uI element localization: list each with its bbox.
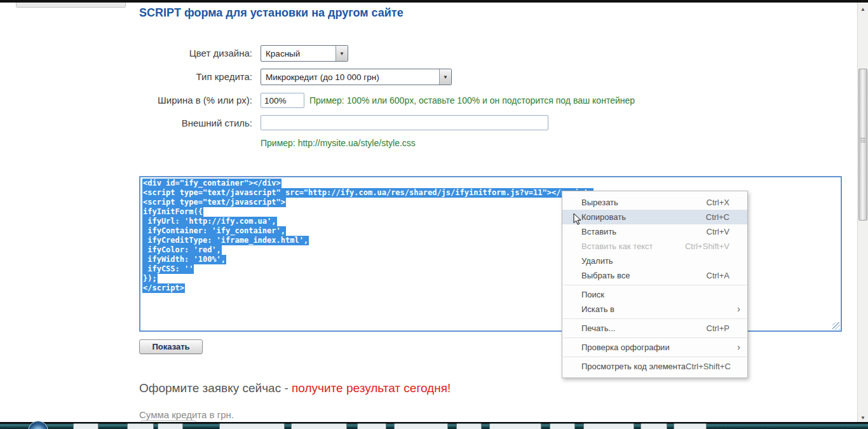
code-line: ifyContainer: 'ify_container', <box>142 226 286 236</box>
code-line: </script> <box>142 283 185 293</box>
context-menu-item-copy[interactable]: Копировать Ctrl+C <box>562 210 747 224</box>
scrollbar-thumb[interactable] <box>858 69 867 221</box>
design-color-select[interactable]: Красный ▼ <box>261 45 348 62</box>
taskbar-button[interactable] <box>489 423 541 429</box>
taskbar-button[interactable] <box>394 423 448 429</box>
context-menu-item-cut[interactable]: Вырезать Ctrl+X <box>562 195 747 210</box>
show-button[interactable]: Показать <box>139 339 203 354</box>
style-example-hint: Пример: http://mysite.ua/style/style.css <box>261 138 416 148</box>
context-menu-item-inspect[interactable]: Просмотреть код элемента Ctrl+Shift+C <box>562 359 747 374</box>
submenu-arrow-icon: › <box>737 342 740 352</box>
credit-type-value: Микрокредит (до 10 000 грн) <box>261 72 439 82</box>
code-line: }); <box>142 274 158 283</box>
external-style-label: Внешний стиль: <box>139 115 252 132</box>
chevron-down-icon[interactable]: ▼ <box>336 46 348 61</box>
code-line: ifyCreditType: 'iframe_index.html', <box>142 236 309 245</box>
cta-red-text: получите результат сегодня! <box>292 381 451 395</box>
code-line: <div id="ify_container"></div> <box>142 179 281 188</box>
code-line: ifyInitForm({ <box>142 207 203 217</box>
resize-grip-icon[interactable] <box>832 322 840 330</box>
context-menu-item-spellcheck[interactable]: Проверка орфографии › <box>562 340 747 355</box>
taskbar-button[interactable] <box>219 423 285 429</box>
window-top-edge <box>0 0 868 3</box>
chevron-down-icon[interactable]: ▼ <box>439 69 451 85</box>
taskbar-button[interactable] <box>158 423 183 429</box>
scroll-down-icon[interactable]: ▼ <box>858 412 868 423</box>
taskbar <box>0 422 868 429</box>
taskbar-button[interactable] <box>291 423 347 429</box>
scrollbar-grip-icon <box>860 138 865 142</box>
scroll-up-icon[interactable]: ▲ <box>858 4 868 14</box>
menu-separator <box>563 285 747 285</box>
design-color-label: Цвет дизайна: <box>139 45 252 62</box>
code-line: ifyUrl: 'http://ify.com.ua', <box>142 217 277 226</box>
taskbar-button[interactable] <box>127 423 154 429</box>
context-menu-item-delete[interactable]: Удалить <box>562 254 747 268</box>
context-menu-item-select-all[interactable]: Выбрать все Ctrl+A <box>562 268 747 283</box>
context-menu-item-print[interactable]: Печать... Ctrl+P <box>562 321 747 336</box>
taskbar-button[interactable] <box>456 423 482 429</box>
menu-separator <box>563 357 747 357</box>
vertical-scrollbar[interactable]: ▲ ▼ <box>857 3 868 424</box>
taskbar-button[interactable] <box>583 423 634 429</box>
width-label: Ширина в (% или px): <box>139 92 252 109</box>
context-menu-item-search-in[interactable]: Искать в › <box>562 302 747 317</box>
context-menu: Вырезать Ctrl+X Копировать Ctrl+C Встави… <box>562 191 748 378</box>
cta-gray-text: Оформите заявку сейчас - <box>139 381 292 395</box>
cta-heading: Оформите заявку сейчас - получите резуль… <box>139 381 451 395</box>
credit-type-select[interactable]: Микрокредит (до 10 000 грн) ▼ <box>261 69 452 85</box>
width-hint: Пример: 100% или 600px, оставьте 100% и … <box>309 95 635 106</box>
screen: SCRIPT форма для установки на другом сай… <box>0 0 868 429</box>
submenu-arrow-icon: › <box>737 304 740 314</box>
browser-tab-remnant[interactable] <box>16 3 126 8</box>
context-menu-item-paste-as-text: Вставить как текст Ctrl+Shift+V <box>562 239 747 254</box>
taskbar-button[interactable] <box>674 423 707 429</box>
design-color-value: Красный <box>261 49 336 58</box>
taskbar-button[interactable] <box>550 423 575 429</box>
taskbar-button[interactable] <box>357 423 386 429</box>
code-line: <script type="text/javascript" src="http… <box>142 188 593 198</box>
menu-separator <box>563 318 747 319</box>
credit-type-label: Тип кредита: <box>139 69 252 85</box>
context-menu-item-paste[interactable]: Вставить Ctrl+V <box>562 224 747 239</box>
code-line: ifyWidth: '100%', <box>142 255 226 264</box>
page-title: SCRIPT форма для установки на другом сай… <box>139 6 403 20</box>
mouse-cursor-icon <box>573 213 582 226</box>
credit-sum-label: Сумма кредита в грн. <box>139 409 234 420</box>
code-line: ifyColor: 'red', <box>142 245 222 255</box>
taskbar-button[interactable] <box>73 423 98 429</box>
taskbar-button[interactable] <box>641 423 667 429</box>
menu-separator <box>563 337 747 338</box>
code-line: ifyCSS: '' <box>142 264 194 274</box>
external-style-input[interactable] <box>261 115 548 130</box>
embed-code-selected-text: <div id="ify_container"></div> <script t… <box>142 179 593 293</box>
code-line: <script type="text/javascript"> <box>142 198 286 207</box>
width-input[interactable] <box>261 93 304 108</box>
context-menu-item-search[interactable]: Поиск <box>562 287 747 302</box>
